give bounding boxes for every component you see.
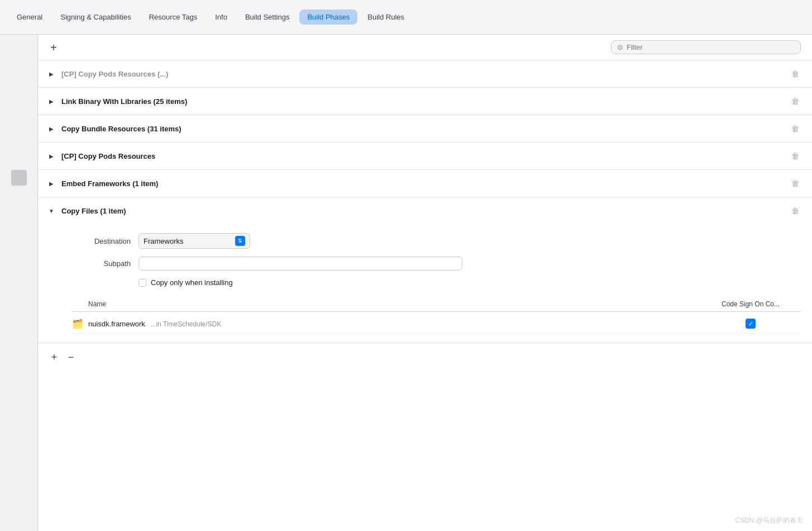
copy-only-label: Copy only when installing xyxy=(151,278,233,287)
add-phase-button[interactable]: + xyxy=(47,41,60,54)
select-arrow-icon: ⇅ xyxy=(235,236,245,246)
section-cp-copy-pods[interactable]: [CP] Copy Pods Resources 🗑 xyxy=(38,143,812,170)
section-partial[interactable]: [CP] Copy Pods Resources (...) 🗑 xyxy=(38,60,812,88)
copy-only-row: Copy only when installing xyxy=(138,278,801,287)
tab-bar: General Signing & Capabilities Resource … xyxy=(0,0,812,35)
bottom-bar: + − xyxy=(38,343,812,371)
tab-build-settings[interactable]: Build Settings xyxy=(237,10,298,25)
code-sign-checkbox[interactable]: ✓ xyxy=(746,319,756,329)
chevron-embed-frameworks-icon xyxy=(47,179,56,188)
delete-link-binary-button[interactable]: 🗑 xyxy=(790,96,801,107)
section-copy-files-title: Copy Files (1 item) xyxy=(61,207,790,215)
file-framework-icon: 🗂️ xyxy=(71,317,84,330)
destination-row: Destination Frameworks ⇅ xyxy=(71,233,801,249)
delete-cp-copy-pods-button[interactable]: 🗑 xyxy=(790,150,801,162)
delete-copy-bundle-button[interactable]: 🗑 xyxy=(790,123,801,134)
destination-select[interactable]: Frameworks ⇅ xyxy=(138,233,250,249)
tab-signing[interactable]: Signing & Capabilities xyxy=(52,10,138,25)
section-copy-files: Copy Files (1 item) 🗑 Destination Framew… xyxy=(38,197,812,343)
section-copy-bundle-title: Copy Bundle Resources (31 items) xyxy=(61,125,790,133)
subpath-input[interactable] xyxy=(138,257,462,271)
filter-input-wrap[interactable]: ⊜ xyxy=(611,40,801,54)
section-embed-frameworks-title: Embed Frameworks (1 item) xyxy=(61,179,790,188)
file-table-header: Name Code Sign On Co... xyxy=(71,297,801,312)
main-content: + ⊜ [CP] Copy Pods Resources (...) 🗑 Lin… xyxy=(0,35,812,531)
bottom-add-button[interactable]: + xyxy=(47,350,61,364)
copy-files-body: Destination Frameworks ⇅ Subpath Copy on… xyxy=(38,224,812,343)
destination-label: Destination xyxy=(71,237,138,245)
chevron-partial-icon xyxy=(47,69,56,78)
section-copy-bundle[interactable]: Copy Bundle Resources (31 items) 🗑 xyxy=(38,115,812,143)
section-embed-frameworks[interactable]: Embed Frameworks (1 item) 🗑 xyxy=(38,170,812,197)
section-link-binary-title: Link Binary With Libraries (25 items) xyxy=(61,97,790,106)
copy-only-checkbox[interactable] xyxy=(138,279,146,287)
sidebar-handle[interactable] xyxy=(11,170,27,186)
section-cp-copy-pods-title: [CP] Copy Pods Resources xyxy=(61,152,790,160)
chevron-copy-bundle-icon xyxy=(47,124,56,133)
watermark: CSDN @马拉萨的春天 xyxy=(735,516,803,525)
tab-resource-tags[interactable]: Resource Tags xyxy=(141,10,205,25)
content-panel: + ⊜ [CP] Copy Pods Resources (...) 🗑 Lin… xyxy=(38,35,812,531)
section-link-binary[interactable]: Link Binary With Libraries (25 items) 🗑 xyxy=(38,88,812,115)
code-sign-cell: ✓ xyxy=(700,319,801,329)
filter-input[interactable] xyxy=(627,43,795,51)
file-name: nuisdk.framework ...in TimeSchedule/SDK xyxy=(88,320,700,328)
col-name-header: Name xyxy=(88,300,700,308)
sidebar-strip xyxy=(0,35,38,531)
section-copy-files-header[interactable]: Copy Files (1 item) 🗑 xyxy=(38,197,812,224)
bottom-minus-button[interactable]: − xyxy=(64,350,78,364)
file-row: 🗂️ nuisdk.framework ...in TimeSchedule/S… xyxy=(71,314,801,334)
tab-build-phases[interactable]: Build Phases xyxy=(299,10,357,25)
tab-build-rules[interactable]: Build Rules xyxy=(360,10,412,25)
delete-embed-frameworks-button[interactable]: 🗑 xyxy=(790,178,801,189)
chevron-copy-files-icon xyxy=(47,206,56,215)
destination-value: Frameworks xyxy=(144,237,231,245)
filter-icon: ⊜ xyxy=(617,43,623,51)
chevron-link-binary-icon xyxy=(47,97,56,106)
file-path: ...in TimeSchedule/SDK xyxy=(151,320,222,328)
subpath-label: Subpath xyxy=(71,259,138,268)
tab-general[interactable]: General xyxy=(9,10,50,25)
col-code-sign-header: Code Sign On Co... xyxy=(700,300,801,308)
delete-copy-files-button[interactable]: 🗑 xyxy=(790,205,801,216)
delete-partial-button[interactable]: 🗑 xyxy=(790,68,801,79)
subpath-row: Subpath xyxy=(71,257,801,271)
chevron-cp-copy-pods-icon xyxy=(47,151,56,160)
toolbar-row: + ⊜ xyxy=(38,35,812,60)
tab-info[interactable]: Info xyxy=(207,10,235,25)
section-partial-title: [CP] Copy Pods Resources (...) xyxy=(61,70,790,78)
